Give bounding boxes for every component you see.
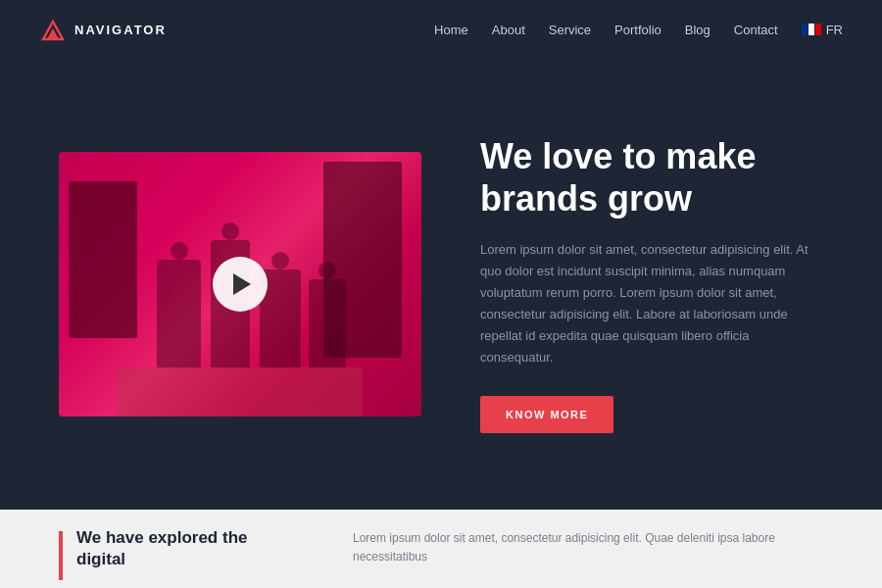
video-thumbnail[interactable] xyxy=(59,152,421,416)
hero-content: We love to make brands grow Lorem ipsum … xyxy=(480,135,823,434)
nav-links: Home About Service Portfolio Blog Contac… xyxy=(434,23,843,37)
bottom-description: Lorem ipsum dolor sit amet, consectetur … xyxy=(353,527,823,566)
nav-blog[interactable]: Blog xyxy=(685,23,710,37)
logo-text: NAVIGATOR xyxy=(74,23,167,37)
lang-label: FR xyxy=(826,23,843,37)
play-icon xyxy=(233,273,251,295)
logo[interactable]: NAVIGATOR xyxy=(39,16,167,43)
bottom-title: We have explored the digital xyxy=(76,527,294,570)
hero-section: We love to make brands grow Lorem ipsum … xyxy=(0,59,882,510)
know-more-button[interactable]: KNOW MORE xyxy=(480,396,613,433)
language-switcher[interactable]: FR xyxy=(802,23,843,37)
nav-portfolio[interactable]: Portfolio xyxy=(614,23,662,37)
bottom-left-block: We have explored the digital xyxy=(59,527,294,580)
navbar: NAVIGATOR Home About Service Portfolio B… xyxy=(0,0,882,59)
play-button[interactable] xyxy=(213,257,268,312)
bottom-section: We have explored the digital Lorem ipsum… xyxy=(0,510,882,588)
nav-service[interactable]: Service xyxy=(549,23,591,37)
nav-about[interactable]: About xyxy=(492,23,525,37)
nav-home[interactable]: Home xyxy=(434,23,468,37)
red-accent-bar xyxy=(59,531,63,580)
flag-icon xyxy=(802,24,821,35)
hero-description: Lorem ipsum dolor sit amet, consectetur … xyxy=(480,239,823,369)
logo-icon xyxy=(39,16,67,43)
hero-title: We love to make brands grow xyxy=(480,135,823,220)
nav-contact[interactable]: Contact xyxy=(734,23,778,37)
